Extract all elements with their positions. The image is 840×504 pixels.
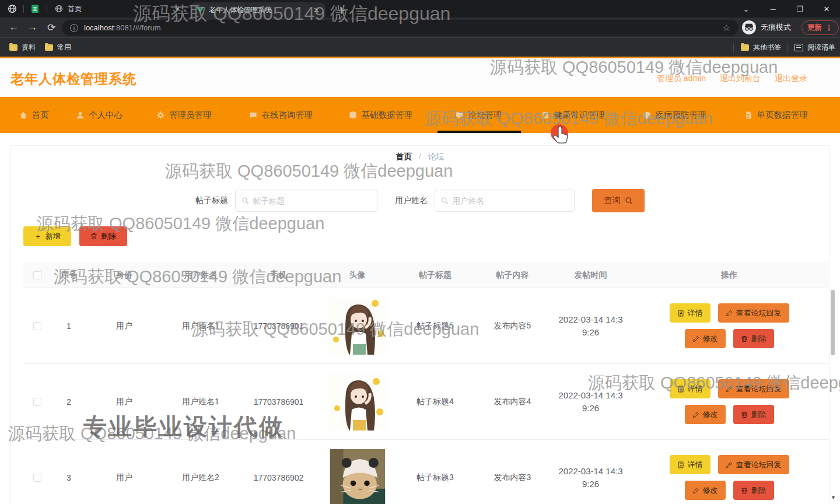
girl-avatar: [328, 298, 387, 355]
query-button[interactable]: 查询: [592, 189, 645, 212]
cell-role: 用户: [86, 473, 162, 483]
sheets-icon[interactable]: [30, 4, 40, 13]
cell-post-title: 帖子标题3: [397, 473, 474, 483]
nav-label: 管理员管理: [169, 110, 212, 121]
back-button[interactable]: ←: [5, 22, 23, 33]
search-icon: [242, 197, 249, 205]
address-bar[interactable]: i localhost :8081/#/forum ☆: [62, 20, 738, 36]
close-icon[interactable]: ✕: [313, 6, 320, 15]
col-header: 序号: [51, 270, 86, 281]
nav-item-page-mgmt[interactable]: 单页数据管理: [744, 97, 808, 133]
nav-item-health-mgmt[interactable]: 健康常识管理: [541, 97, 605, 133]
forum-icon: [455, 111, 464, 120]
detail-button[interactable]: 详情: [670, 455, 710, 474]
nav-item-profile[interactable]: 个人中心: [76, 97, 123, 133]
trash-icon: [90, 233, 97, 240]
row-checkbox[interactable]: [33, 398, 41, 406]
row-delete-button[interactable]: 删除: [733, 481, 774, 500]
user-name-input[interactable]: [453, 197, 568, 205]
edit-button[interactable]: 修改: [685, 481, 726, 500]
breadcrumb-separator: /: [419, 152, 421, 161]
breadcrumb: 首页 / 论坛: [0, 152, 840, 162]
other-bookmarks[interactable]: 其他书签: [741, 43, 781, 52]
site-header: 老年人体检管理系统 管理员 admin 退出到前台 退出登录: [0, 57, 840, 97]
pen-icon: [726, 310, 733, 317]
row-delete-button[interactable]: 删除: [733, 405, 774, 424]
restore-button[interactable]: ❐: [786, 5, 813, 13]
reading-list-label: 阅读清单: [807, 43, 835, 52]
site-info-icon[interactable]: i: [70, 24, 78, 32]
col-header: 用户姓名: [162, 270, 239, 281]
home-icon: [19, 111, 28, 120]
reading-list[interactable]: 阅读清单: [794, 43, 835, 52]
bookmark-folder-changyong[interactable]: 常用: [45, 43, 71, 52]
gear-icon: [156, 111, 165, 120]
nav-item-consult-mgmt[interactable]: 在线咨询管理: [249, 97, 313, 133]
table-row: 3 用户 用户姓名2 17703786902 帖子标题3 发布内容3 2022-…: [23, 440, 828, 504]
tab-title: 老年人体检管理系统: [209, 5, 272, 15]
detail-button[interactable]: 详情: [670, 303, 710, 323]
col-header: 操作: [630, 270, 828, 281]
row-checkbox[interactable]: [33, 322, 41, 330]
view-reply-button[interactable]: 查看论坛回复: [718, 379, 789, 398]
scrollbar-down-arrow[interactable]: ▼: [831, 495, 836, 501]
forward-button[interactable]: →: [23, 22, 42, 33]
row-delete-button[interactable]: 删除: [733, 329, 774, 348]
cell-phone: 17703786901: [239, 321, 318, 331]
page-content: 首页 / 论坛 帖子标题 用户姓名 查询 ＋: [0, 133, 840, 504]
other-bookmarks-label: 其他书签: [753, 43, 781, 52]
tab-home[interactable]: 首页 ✕: [49, 0, 187, 18]
nav-label: 基础数据管理: [362, 110, 412, 121]
cell-name: 用户姓名1: [162, 397, 239, 407]
edit-button[interactable]: 修改: [685, 329, 726, 348]
table-row: 1 用户 用户姓名1 17703786901 帖子标题5 发布内容5 2022-…: [23, 288, 828, 364]
edit-button[interactable]: 修改: [685, 405, 726, 424]
cell-post-content: 发布内容4: [474, 397, 551, 407]
cell-post-content: 发布内容3: [474, 473, 551, 483]
user-icon: [76, 111, 85, 120]
close-icon[interactable]: ✕: [174, 5, 181, 13]
reload-button[interactable]: ⟳: [42, 22, 61, 34]
menu-dots-icon[interactable]: ⋮: [825, 23, 833, 32]
row-checkbox[interactable]: [33, 474, 41, 482]
nav-item-disease-mgmt[interactable]: 疾病预防管理: [643, 97, 706, 133]
nav-item-admin-mgmt[interactable]: 管理员管理: [156, 97, 212, 133]
post-title-input[interactable]: [253, 197, 371, 205]
incognito-icon: [742, 20, 756, 34]
bookmark-folder-ziliao[interactable]: 资料: [9, 43, 36, 52]
col-header: 身份: [86, 270, 162, 281]
detail-button[interactable]: 详情: [670, 379, 710, 398]
nav-label: 疾病预防管理: [656, 110, 706, 121]
tab-search-icon[interactable]: ⌄: [733, 5, 760, 13]
view-reply-button[interactable]: 查看论坛回复: [718, 455, 789, 474]
tab-active[interactable]: 老年人体检管理系统 ✕: [190, 2, 326, 18]
forum-table: 序号 身份 用户姓名 手机 头像 帖子标题 帖子内容 发帖时间 操作 1 用户 …: [23, 262, 828, 504]
view-reply-button[interactable]: 查看论坛回复: [718, 303, 789, 323]
nav-label: 个人中心: [89, 110, 123, 121]
cell-post-content: 发布内容5: [474, 321, 551, 331]
user-label: 管理员 admin: [657, 74, 706, 84]
nav-item-forum-mgmt[interactable]: 论坛管理: [455, 97, 502, 133]
globe-icon[interactable]: [8, 4, 17, 13]
pen-icon: [726, 461, 733, 468]
minimize-button[interactable]: ─: [760, 5, 786, 13]
close-window-button[interactable]: ✕: [813, 5, 840, 13]
select-all-checkbox[interactable]: [33, 271, 41, 279]
new-tab-button[interactable]: ＋: [336, 2, 347, 18]
breadcrumb-home[interactable]: 首页: [396, 152, 412, 161]
update-button[interactable]: 更新 ⋮: [802, 20, 839, 35]
scrollbar-thumb[interactable]: [831, 290, 835, 355]
add-label: 新增: [46, 231, 61, 242]
table-row: 2 用户 用户姓名1 17703786901 帖子标题4 发布内容4 2022-…: [23, 364, 828, 440]
logout-link[interactable]: 退出登录: [775, 74, 807, 84]
nav-item-home[interactable]: 首页: [19, 97, 49, 133]
trash-icon: [741, 411, 748, 418]
exit-to-front-link[interactable]: 退出到前台: [720, 74, 761, 84]
delete-button[interactable]: 删除: [79, 226, 127, 246]
nav-item-basedata-mgmt[interactable]: 基础数据管理: [349, 97, 412, 133]
add-button[interactable]: ＋ 新增: [23, 226, 71, 246]
cell-role: 用户: [86, 397, 162, 407]
breadcrumb-current: 论坛: [428, 152, 444, 161]
bookmark-star-icon[interactable]: ☆: [723, 23, 730, 33]
nav-label: 在线咨询管理: [262, 110, 313, 121]
